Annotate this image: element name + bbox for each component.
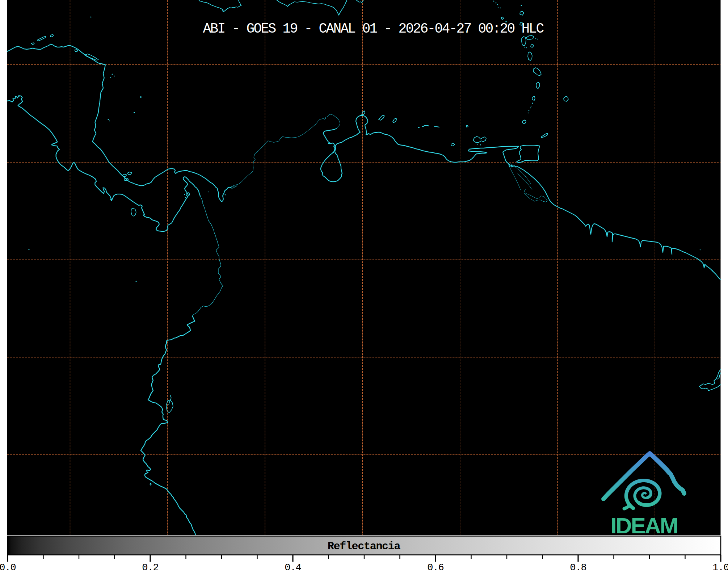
svg-text:IDEAM: IDEAM <box>611 513 678 538</box>
svg-text:1.0: 1.0 <box>712 562 728 571</box>
svg-text:0.0: 0.0 <box>0 562 16 571</box>
svg-text:0.4: 0.4 <box>285 562 301 571</box>
svg-text:0.6: 0.6 <box>427 562 444 571</box>
svg-text:Reflectancia: Reflectancia <box>328 540 401 553</box>
svg-text:ABI - GOES 19 - CANAL 01 - 202: ABI - GOES 19 - CANAL 01 - 2026-04-27 00… <box>203 21 544 37</box>
svg-text:0.8: 0.8 <box>570 562 586 571</box>
svg-text:0.2: 0.2 <box>142 562 159 571</box>
